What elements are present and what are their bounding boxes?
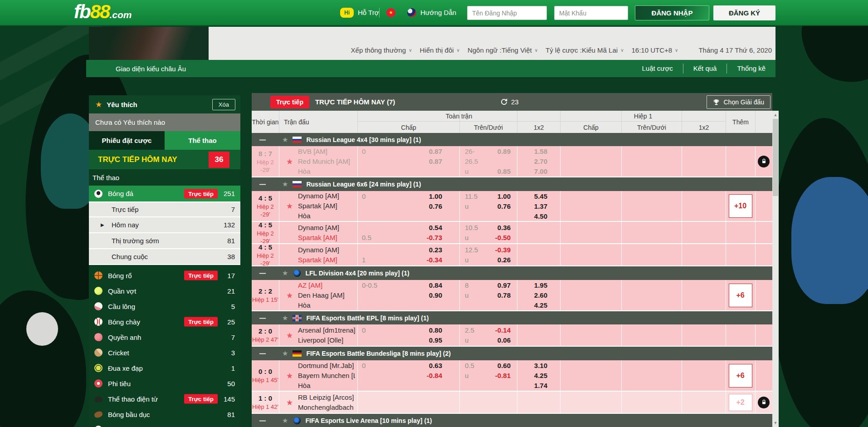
clear-favorites-button[interactable]: Xóa <box>212 99 235 110</box>
league-star-icon[interactable]: ★ <box>282 417 288 425</box>
sidebar-item-golf[interactable]: Golf <box>89 422 240 427</box>
favorite-star-icon[interactable]: ★ <box>286 201 293 211</box>
username-input[interactable] <box>467 6 547 20</box>
favorite-star-icon[interactable]: ★ <box>286 330 293 340</box>
setting-timezone[interactable]: 16:10 UTC+8∨ <box>631 46 678 54</box>
odd-value[interactable]: 0.85 <box>497 167 511 175</box>
odd-value[interactable]: 2.70 <box>534 157 547 165</box>
league-section-header[interactable]: — ★ FIFA Esports Battle Bundesliga [8 mi… <box>252 347 772 360</box>
setting-language[interactable]: Ngôn ngữ :Tiếng Việt∨ <box>468 46 538 54</box>
match-row[interactable]: 4 : 5 Hiệp 2 -29' Dynamo [AM] Spartak [A… <box>252 222 772 244</box>
odd-value[interactable]: -0.73 <box>427 234 442 241</box>
scroll-up-arrow[interactable]: ▲ <box>772 111 779 119</box>
odd-value[interactable]: 0.76 <box>429 202 442 210</box>
guide-link[interactable]: Hướng Dẫn <box>407 0 456 25</box>
collapse-icon[interactable]: — <box>259 314 266 322</box>
odd-value[interactable]: 0.54 <box>429 224 442 231</box>
tab-sports[interactable]: Thể thao <box>165 131 240 150</box>
register-button[interactable]: ĐĂNG KÝ <box>713 5 775 20</box>
odd-value[interactable]: 1.74 <box>534 382 547 389</box>
favorite-star-icon[interactable]: ★ <box>286 398 293 407</box>
more-bets-button[interactable]: +10 <box>729 194 752 218</box>
sidebar-item-baseball[interactable]: Bóng chày Trực tiếp 25 <box>89 314 240 329</box>
more-bets-button[interactable]: +6 <box>729 364 752 388</box>
odd-value[interactable]: 0.97 <box>497 281 511 289</box>
sidebar-item-esports[interactable]: Thể thao điện tử Trực tiếp 145 <box>89 391 240 407</box>
setting-sort[interactable]: Xếp thông thường∨ <box>351 46 412 54</box>
match-row[interactable]: 4 : 5 Hiệp 2 -29' ★ Dynamo [AM] Spartak … <box>252 191 772 222</box>
odd-value[interactable]: 2.60 <box>534 291 547 299</box>
match-row[interactable]: 1 : 0 Hiệp 1 42' ★ RB Leipzig [Arcos] Mo… <box>252 392 772 414</box>
sidebar-item-basketball[interactable]: Bóng rổ Trực tiếp 17 <box>89 268 240 283</box>
betting-rules-link[interactable]: Luật cược <box>632 64 683 74</box>
choose-league-button[interactable]: Chọn Giải đấu <box>707 95 770 109</box>
league-star-icon[interactable]: ★ <box>282 136 288 144</box>
sidebar-item-soccer-live[interactable]: Trực tiếp 7 <box>89 201 240 217</box>
league-section-header[interactable]: — ★ Russian League 4x4 [30 mins play] (1… <box>252 133 772 146</box>
match-row[interactable]: 8 : 7 Hiệp 2 -29' ★ BVB [AM] Red Munich … <box>252 146 772 177</box>
odd-value[interactable]: 1.95 <box>534 281 547 289</box>
odd-value[interactable]: -0.34 <box>427 256 442 264</box>
league-section-header[interactable]: — ★ Russian League 6x6 [24 mins play] (1… <box>252 177 772 191</box>
scroll-down-arrow[interactable]: ▼ <box>772 419 779 427</box>
login-button[interactable]: ĐĂNG NHẬP <box>635 5 709 20</box>
scrollbar-thumb[interactable] <box>773 119 778 196</box>
main-scrollbar[interactable]: ▲ ▼ <box>772 111 779 427</box>
odd-value[interactable]: 0.60 <box>497 362 511 369</box>
odd-value[interactable]: 1.00 <box>497 192 511 200</box>
odd-value[interactable]: -0.50 <box>495 234 511 241</box>
league-section-header[interactable]: — ★ LFL Division 4x4 [20 mins play] (1) <box>252 266 772 280</box>
match-row[interactable]: 2 : 0 Hiệp 2 47' ★ Arsenal [dm1trena] Li… <box>252 324 772 347</box>
odd-value[interactable]: 0.84 <box>429 281 442 289</box>
odd-value[interactable]: 1.00 <box>429 192 442 200</box>
odd-value[interactable]: 4.25 <box>534 372 547 379</box>
sidebar-item-tennis[interactable]: Quần vợt 21 <box>89 283 240 299</box>
odd-value[interactable]: 0.87 <box>429 147 442 155</box>
collapse-icon[interactable]: — <box>259 417 266 424</box>
more-bets-button[interactable]: +6 <box>729 284 752 307</box>
odd-value[interactable]: 5.45 <box>534 192 547 200</box>
odd-value[interactable]: 0.80 <box>429 326 442 334</box>
tab-bet-slip[interactable]: Phiếu đặt cược <box>89 131 165 150</box>
odd-value[interactable]: 0.78 <box>497 291 511 299</box>
statistics-link[interactable]: Thống kê <box>727 64 775 74</box>
odd-value[interactable]: 0.63 <box>429 362 442 369</box>
odd-value[interactable]: 0.06 <box>497 336 511 344</box>
odd-value[interactable]: 3.10 <box>534 362 547 369</box>
sidebar-item-badminton[interactable]: Cầu lông 5 <box>89 299 240 314</box>
match-row[interactable]: 4 : 5 Hiệp 2 -29' Dynamo [AM] Spartak [A… <box>252 244 772 266</box>
sidebar-item-cricket[interactable]: Cricket 3 <box>89 345 240 360</box>
odd-value[interactable]: 0.26 <box>497 256 511 264</box>
odd-value[interactable]: -0.14 <box>495 326 511 334</box>
odd-value[interactable]: 7.00 <box>534 167 547 175</box>
league-section-header[interactable]: — ★ FIFA Esports Live Arena [10 mins pla… <box>252 414 772 427</box>
setting-odds-type[interactable]: Tỷ lệ cược :Kiểu Mã Lai∨ <box>546 46 624 54</box>
setting-display[interactable]: Hiển thị đôi∨ <box>420 46 460 54</box>
sidebar-item-cycling[interactable]: Đua xe đạp 1 <box>89 360 240 376</box>
odd-value[interactable]: 0.90 <box>429 291 442 299</box>
odd-value[interactable]: 4.25 <box>534 301 547 309</box>
sidebar-item-soccer[interactable]: Bóng đá Trực tiếp 251 <box>89 186 240 201</box>
fb88-logo[interactable]: fb88.com <box>74 1 132 23</box>
sidebar-item-darts[interactable]: Phi tiêu 50 <box>89 376 240 391</box>
odd-value[interactable]: 0.36 <box>497 224 511 231</box>
odd-value[interactable]: 1.37 <box>534 202 547 210</box>
odd-value[interactable]: 0.95 <box>429 336 442 344</box>
sidebar-item-soccer-early-market[interactable]: Thị trường sớm 81 <box>89 233 240 249</box>
refresh-control[interactable]: 23 <box>500 98 519 106</box>
favorite-star-icon[interactable]: ★ <box>286 157 293 166</box>
odd-value[interactable]: 0.87 <box>429 157 442 165</box>
results-link[interactable]: Kết quả <box>683 64 727 74</box>
sidebar-item-rugby[interactable]: Bóng bầu dục 81 <box>89 407 240 422</box>
sidebar-item-soccer-today[interactable]: ▶ Hôm nay 132 <box>89 217 240 233</box>
league-star-icon[interactable]: ★ <box>282 314 288 322</box>
vietnam-flag-icon[interactable]: ★ <box>386 0 395 25</box>
sidebar-item-soccer-outright[interactable]: Chung cuộc 38 <box>89 249 240 265</box>
odd-value[interactable]: 0.76 <box>497 202 511 210</box>
more-bets-button[interactable]: +2 <box>729 394 752 411</box>
odd-value[interactable]: 0.89 <box>497 147 511 155</box>
league-section-header[interactable]: — ★ FIFA Esports Battle EPL [8 mins play… <box>252 311 772 324</box>
odd-value[interactable]: 4.50 <box>534 212 547 220</box>
collapse-icon[interactable]: — <box>259 270 266 277</box>
live-today-banner[interactable]: TRỰC TIẾP HÔM NAY 36 <box>89 150 240 169</box>
